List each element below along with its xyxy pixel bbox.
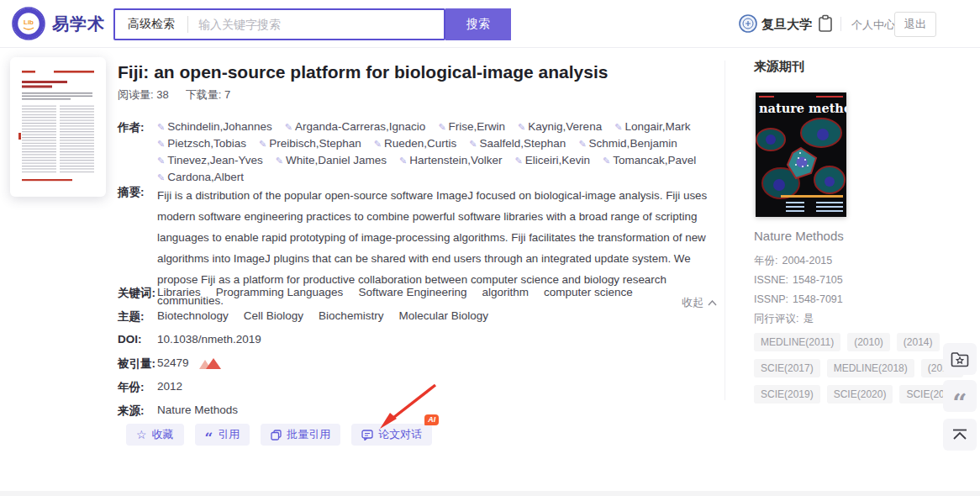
keyword-link[interactable]: Programming Languages — [216, 286, 344, 301]
topic-link[interactable]: Molecular Biology — [398, 309, 488, 325]
brand-name[interactable]: 易学术 — [52, 13, 105, 35]
keyword-link[interactable]: algorithm — [482, 286, 529, 301]
read-count: 阅读量: 38 — [118, 87, 169, 103]
detail-label: 年份: — [754, 255, 777, 266]
keywords-list: LibrariesProgramming LanguagesSoftware E… — [157, 286, 633, 301]
author-link[interactable]: ✎Longair,Mark — [614, 120, 690, 134]
footer-strip — [0, 491, 980, 496]
doi-label: DOI: — [118, 333, 157, 346]
back-to-top-button[interactable] — [943, 419, 977, 451]
author-link[interactable]: ✎Schindelin,Johannes — [157, 120, 272, 134]
quote-icon: “ — [952, 399, 967, 408]
journal-name[interactable]: Nature Methods — [754, 229, 844, 243]
index-tag: (2014) — [897, 333, 940, 351]
author-tag-icon: ✎ — [438, 122, 445, 132]
year-value: 2012 — [157, 380, 182, 395]
brand-logo-icon[interactable]: Lib — [12, 7, 45, 40]
author-link[interactable]: ✎Preibisch,Stephan — [259, 137, 361, 150]
author-tag-icon: ✎ — [469, 139, 477, 149]
author-name: Preibisch,Stephan — [269, 137, 361, 150]
author-name: Longair,Mark — [624, 120, 690, 133]
favorites-folder-button[interactable] — [943, 343, 977, 375]
cited-count: 52479 — [157, 356, 189, 372]
author-link[interactable]: ✎Tinevez,Jean-Yves — [157, 154, 263, 167]
author-tag-icon: ✎ — [614, 122, 622, 132]
author-name: White,Daniel James — [286, 154, 387, 166]
author-name: Tinevez,Jean-Yves — [167, 154, 263, 166]
year-label: 年份: — [118, 380, 157, 395]
topic-link[interactable]: Biochemistry — [319, 309, 383, 325]
author-tag-icon: ✎ — [157, 156, 165, 166]
journal-detail-row: ISSNE:1548-7105 — [754, 271, 843, 290]
tag-row: MEDLINE(2011)(2010)(2014) — [754, 333, 966, 351]
source-row: 来源: Nature Methods — [118, 404, 238, 419]
author-tag-icon: ✎ — [399, 156, 407, 166]
detail-label: ISSNE: — [754, 274, 788, 286]
detail-value: 1548-7105 — [793, 274, 843, 286]
keyword-link[interactable]: Libraries — [157, 286, 201, 301]
detail-value: 1548-7091 — [793, 293, 843, 305]
author-link[interactable]: ✎Saalfeld,Stephan — [469, 137, 566, 150]
cover-masthead: nature methods — [759, 101, 846, 115]
topic-link[interactable]: Biotechnology — [157, 309, 229, 325]
red-arrow-annotation — [368, 378, 445, 435]
author-link[interactable]: ✎Rueden,Curtis — [374, 137, 457, 150]
advanced-search-button[interactable]: 高级检索 — [115, 17, 187, 32]
svg-text:Lib: Lib — [24, 18, 34, 26]
doi-value: 10.1038/nmeth.2019 — [157, 333, 261, 346]
keyword-link[interactable]: computer science — [544, 286, 633, 301]
author-link[interactable]: ✎Tomancak,Pavel — [603, 154, 696, 167]
search-input[interactable] — [188, 18, 444, 31]
journal-section-heading: 来源期刊 — [754, 59, 804, 75]
journal-detail-row: 年份:2004-2015 — [754, 251, 843, 271]
author-link[interactable]: ✎Frise,Erwin — [438, 120, 505, 134]
favorite-button[interactable]: ☆ 收藏 — [126, 424, 184, 446]
university-seal-icon — [739, 14, 757, 33]
author-link[interactable]: ✎Pietzsch,Tobias — [157, 137, 246, 150]
cited-row: 被引量: 52479 — [118, 356, 223, 372]
author-link[interactable]: ✎Eliceiri,Kevin — [515, 154, 591, 167]
topics-row: 主题: BiotechnologyCell BiologyBiochemistr… — [118, 309, 488, 325]
index-tag: SCIE(2019) — [754, 385, 820, 404]
author-tag-icon: ✎ — [518, 122, 525, 132]
cite-button[interactable]: “ 引用 — [195, 424, 250, 446]
author-link[interactable]: ✎White,Daniel James — [276, 154, 387, 167]
author-link[interactable]: ✎Arganda-Carreras,Ignacio — [285, 120, 426, 134]
paper-thumbnail[interactable] — [10, 57, 106, 197]
author-name: Schindelin,Johannes — [167, 120, 272, 133]
author-link[interactable]: ✎Cardona,Albert — [157, 171, 244, 184]
search-button[interactable]: 搜索 — [445, 8, 511, 40]
author-name: Cardona,Albert — [167, 171, 244, 183]
authors-row: 作者: ✎Schindelin,Johannes✎Arganda-Carrera… — [118, 120, 719, 184]
citation-trend-icon[interactable] — [199, 357, 223, 372]
index-tag: SCIE(2020) — [827, 385, 893, 404]
topic-link[interactable]: Cell Biology — [244, 309, 303, 325]
top-header: Lib 易学术 高级检索 搜索 复旦大学 个人中心 退出 — [0, 0, 980, 48]
collapse-button[interactable]: 收起 — [675, 295, 717, 310]
clipboard-icon[interactable] — [817, 14, 834, 33]
author-name: Eliceiri,Kevin — [525, 154, 590, 166]
author-link[interactable]: ✎Schmid,Benjamin — [578, 137, 677, 150]
source-value[interactable]: Nature Methods — [157, 404, 238, 419]
index-tag: SCIE(2017) — [754, 359, 820, 377]
keyword-link[interactable]: Software Engineering — [358, 286, 466, 301]
paper-title: Fiji: an open-source platform for biolog… — [118, 62, 706, 82]
author-tag-icon: ✎ — [515, 156, 523, 166]
author-link[interactable]: ✎Hartenstein,Volker — [399, 154, 503, 167]
author-name: Schmid,Benjamin — [589, 137, 677, 150]
detail-label: ISSNP: — [754, 293, 788, 305]
star-icon: ☆ — [136, 428, 147, 441]
batch-cite-button[interactable]: 批量引用 — [261, 424, 340, 446]
author-tag-icon: ✎ — [285, 122, 292, 132]
author-link[interactable]: ✎Kaynig,Verena — [518, 120, 602, 134]
paper-stats: 阅读量: 38 下载量: 7 — [118, 87, 230, 103]
journal-cover[interactable]: nature methods — [756, 92, 846, 217]
keywords-row: 关键词: LibrariesProgramming LanguagesSoftw… — [118, 286, 633, 301]
personal-center-link[interactable]: 个人中心 — [851, 18, 895, 33]
author-name: Arganda-Carreras,Ignacio — [295, 120, 425, 133]
index-tag: MEDLINE(2011) — [754, 333, 840, 351]
author-tag-icon: ✎ — [259, 139, 266, 149]
author-name: Kaynig,Verena — [528, 120, 602, 133]
quotes-button[interactable]: “ — [943, 380, 977, 412]
logout-button[interactable]: 退出 — [894, 12, 936, 37]
